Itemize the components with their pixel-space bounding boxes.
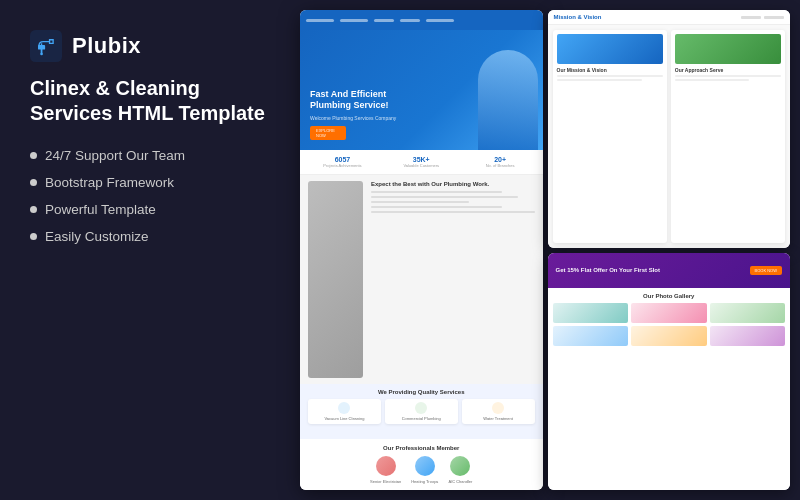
hero-title: Fast And Efficient Plumbing Service!: [310, 89, 420, 112]
service-icon: [415, 402, 427, 414]
services-grid: Vacuum Line Cleaning Commercial Plumbing…: [308, 399, 535, 424]
svg-rect-0: [30, 30, 62, 62]
team-title: Our Professionals Member: [383, 445, 459, 451]
tr-ss-container: Mission & Vision Our Mission & Vision: [548, 10, 791, 248]
gallery-item: [710, 303, 786, 323]
bullet-icon: [30, 179, 37, 186]
hero-subtitle: Welcome Plumbing Services Company: [310, 115, 400, 121]
nav-item: [340, 19, 368, 22]
features-list: 24/7 Support Our Team Bootstrap Framewor…: [30, 148, 270, 244]
team-member: Heating Troops: [411, 456, 438, 484]
services-title: We Providing Quality Services: [308, 389, 535, 395]
nav-item: [306, 19, 334, 22]
svg-point-3: [40, 53, 43, 56]
content-line: [371, 211, 535, 213]
br-gallery-section: Our Photo Gallery: [548, 288, 791, 491]
br-ss-container: Get 15% Flat Offer On Your First Slot BO…: [548, 253, 791, 491]
tr-logo: Mission & Vision: [554, 14, 602, 20]
ss-content-text: Expect the Best with Our Plumbing Work.: [371, 181, 535, 378]
stat-customers: 35K+ Valuable Customers: [387, 156, 456, 168]
ss-services: We Providing Quality Services Vacuum Lin…: [300, 384, 543, 439]
main-ss-container: Fast And Efficient Plumbing Service! Wel…: [300, 10, 543, 490]
feature-item: Bootstrap Framework: [30, 175, 270, 190]
team-members: Senior Electrician Heating Troops A/C Ch…: [370, 456, 472, 484]
stat-projects: 6057 Projects Achivements: [308, 156, 377, 168]
service-card: Commercial Plumbing: [385, 399, 458, 424]
tr-header: Mission & Vision: [548, 10, 791, 25]
ss-content: Expect the Best with Our Plumbing Work.: [300, 175, 543, 384]
service-icon: [338, 402, 350, 414]
tr-card-img: [557, 34, 663, 64]
logo-text: Plubix: [72, 33, 141, 59]
gallery-item: [710, 326, 786, 346]
hero-cta-button: EXPLORE NOW: [310, 126, 346, 140]
service-card: Vacuum Line Cleaning: [308, 399, 381, 424]
br-promo-text: Get 15% Flat Offer On Your First Slot: [556, 267, 660, 273]
preview-panel: Fast And Efficient Plumbing Service! Wel…: [300, 0, 800, 500]
team-member: A/C Chandler: [448, 456, 472, 484]
hero-person-img: [478, 50, 538, 150]
top-right-screenshot: Mission & Vision Our Mission & Vision: [548, 10, 791, 248]
nav-item: [400, 19, 420, 22]
ss-team: Our Professionals Member Senior Electric…: [300, 439, 543, 490]
gallery-item: [553, 326, 629, 346]
team-member: Senior Electrician: [370, 456, 401, 484]
member-avatar: [415, 456, 435, 476]
nav-item: [426, 19, 454, 22]
gallery-item: [553, 303, 629, 323]
nav-item: [374, 19, 394, 22]
bullet-icon: [30, 152, 37, 159]
content-img-bg: [308, 181, 363, 378]
content-line: [371, 206, 502, 208]
tr-card-2: Our Approach Serve: [671, 30, 785, 243]
tr-card-img: [675, 34, 781, 64]
gallery-grid: [553, 303, 786, 346]
br-promo-btn: BOOK NOW: [750, 266, 782, 275]
left-panel: Plubix Clinex & Cleaning Services HTML T…: [0, 0, 300, 500]
main-screenshot: Fast And Efficient Plumbing Service! Wel…: [300, 10, 543, 490]
tagline: Clinex & Cleaning Services HTML Template: [30, 76, 270, 126]
member-avatar: [450, 456, 470, 476]
page-container: Plubix Clinex & Cleaning Services HTML T…: [0, 0, 800, 500]
member-avatar: [376, 456, 396, 476]
content-line: [371, 191, 502, 193]
tr-nav-item: [764, 16, 784, 19]
gallery-item: [631, 303, 707, 323]
faucet-icon: [30, 30, 62, 62]
tr-content: Our Mission & Vision Our Approach Serve: [548, 25, 791, 248]
feature-item: 24/7 Support Our Team: [30, 148, 270, 163]
tr-nav-item: [741, 16, 761, 19]
gallery-item: [631, 326, 707, 346]
feature-item: Powerful Template: [30, 202, 270, 217]
content-line: [371, 201, 469, 203]
ss-navbar: [300, 10, 543, 30]
bullet-icon: [30, 233, 37, 240]
gallery-title: Our Photo Gallery: [553, 293, 786, 299]
content-title: Expect the Best with Our Plumbing Work.: [371, 181, 535, 187]
tr-card-1: Our Mission & Vision: [553, 30, 667, 243]
service-card: Water Treatment: [462, 399, 535, 424]
ss-content-image: [308, 181, 363, 378]
ss-stats: 6057 Projects Achivements 35K+ Valuable …: [300, 150, 543, 175]
ss-hero: Fast And Efficient Plumbing Service! Wel…: [300, 30, 543, 150]
bullet-icon: [30, 206, 37, 213]
feature-item: Easily Customize: [30, 229, 270, 244]
content-line: [371, 196, 518, 198]
service-icon: [492, 402, 504, 414]
bottom-right-screenshot: Get 15% Flat Offer On Your First Slot BO…: [548, 253, 791, 491]
logo-row: Plubix: [30, 30, 270, 62]
br-promo-banner: Get 15% Flat Offer On Your First Slot BO…: [548, 253, 791, 288]
stat-branches: 20+ No. of Branches: [466, 156, 535, 168]
